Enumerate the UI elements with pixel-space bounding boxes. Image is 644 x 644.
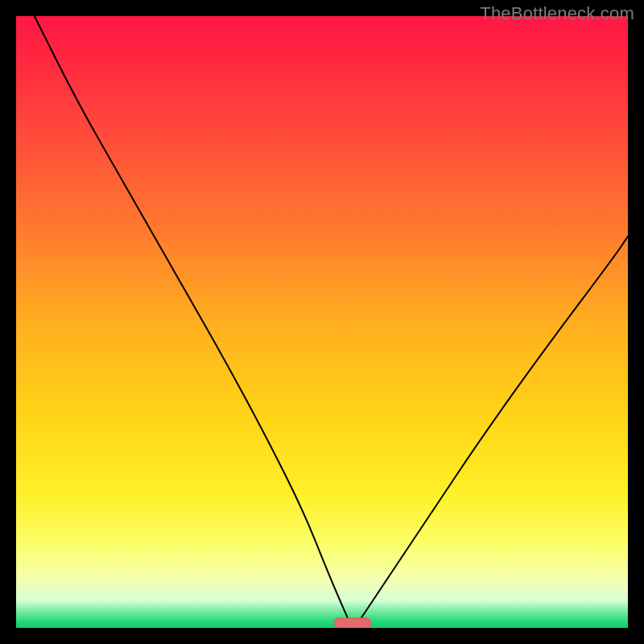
chart-frame: TheBottleneck.com xyxy=(0,0,644,644)
chart-background xyxy=(16,16,628,628)
source-attribution: TheBottleneck.com xyxy=(480,3,634,24)
bottleneck-chart xyxy=(16,16,628,628)
optimum-marker xyxy=(334,618,371,628)
